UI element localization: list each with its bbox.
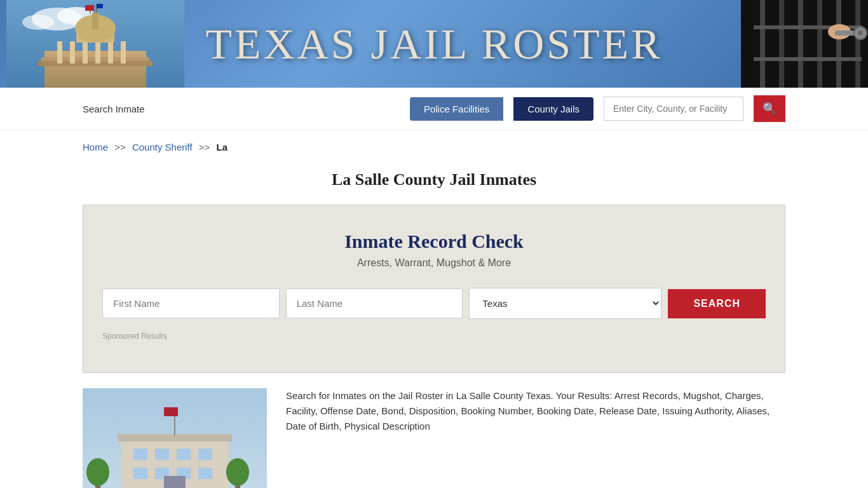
nav-bar: Search Inmate Police Facilities County J… [0, 88, 868, 130]
breadcrumb: Home >> County Sheriff >> La [0, 130, 868, 164]
record-check-form: Texas Alabama Alaska Arizona Arkansas Ca… [102, 288, 766, 319]
svg-rect-15 [92, 13, 98, 29]
last-name-input[interactable] [286, 288, 463, 318]
capitol-image [6, 0, 184, 88]
breadcrumb-sep-1: >> [114, 142, 126, 152]
svg-rect-24 [817, 0, 822, 88]
svg-rect-23 [798, 0, 803, 88]
search-icon: 🔍 [763, 102, 776, 116]
county-jails-button[interactable]: County Jails [513, 97, 593, 121]
record-search-button[interactable]: SEARCH [668, 289, 766, 318]
record-check-box: Inmate Record Check Arrests, Warrant, Mu… [83, 205, 785, 373]
breadcrumb-county-sheriff[interactable]: County Sheriff [132, 142, 193, 152]
svg-rect-25 [836, 0, 841, 88]
svg-point-3 [22, 15, 54, 30]
svg-rect-40 [198, 449, 212, 460]
svg-rect-28 [754, 57, 862, 61]
svg-rect-22 [779, 0, 784, 88]
search-inmate-label: Search Inmate [83, 104, 145, 114]
breadcrumb-current: La [217, 142, 228, 152]
svg-rect-7 [57, 41, 62, 64]
breadcrumb-sep-2: >> [199, 142, 210, 152]
svg-rect-19 [97, 4, 103, 8]
svg-rect-11 [108, 41, 113, 64]
svg-point-51 [226, 458, 249, 486]
svg-point-32 [858, 30, 863, 36]
site-title: Texas Jail Roster [205, 19, 662, 69]
facility-search-input[interactable] [604, 97, 743, 121]
sponsored-results-label: Sponsored Results [102, 332, 766, 341]
keys-image [741, 0, 868, 88]
svg-rect-12 [121, 41, 126, 64]
bottom-section: Search for Inmates on the Jail Roster in… [0, 373, 868, 488]
svg-rect-8 [70, 41, 75, 64]
svg-rect-10 [95, 41, 100, 64]
facility-image [83, 388, 267, 488]
svg-rect-37 [133, 449, 147, 460]
facility-building-svg [83, 388, 267, 488]
svg-rect-45 [164, 476, 186, 488]
nav-search-button[interactable]: 🔍 [754, 95, 785, 122]
svg-rect-26 [855, 0, 860, 88]
svg-rect-41 [133, 468, 147, 479]
svg-rect-44 [198, 468, 212, 479]
header-banner: Texas Jail Roster [0, 0, 868, 88]
first-name-input[interactable] [102, 288, 280, 318]
record-check-subtitle: Arrests, Warrant, Mugshot & More [102, 257, 766, 269]
record-check-title: Inmate Record Check [102, 231, 766, 252]
svg-rect-17 [85, 5, 94, 11]
breadcrumb-home[interactable]: Home [83, 142, 108, 152]
bottom-description: Search for Inmates on the Jail Roster in… [286, 388, 785, 434]
svg-rect-38 [155, 449, 169, 460]
svg-point-49 [86, 458, 109, 486]
svg-rect-9 [83, 41, 88, 64]
page-title: La Salle County Jail Inmates [0, 170, 868, 189]
police-facilities-button[interactable]: Police Facilities [410, 97, 503, 121]
state-select[interactable]: Texas Alabama Alaska Arizona Arkansas Ca… [469, 288, 661, 319]
svg-rect-47 [164, 407, 178, 416]
svg-rect-39 [177, 449, 191, 460]
svg-rect-21 [760, 0, 765, 88]
